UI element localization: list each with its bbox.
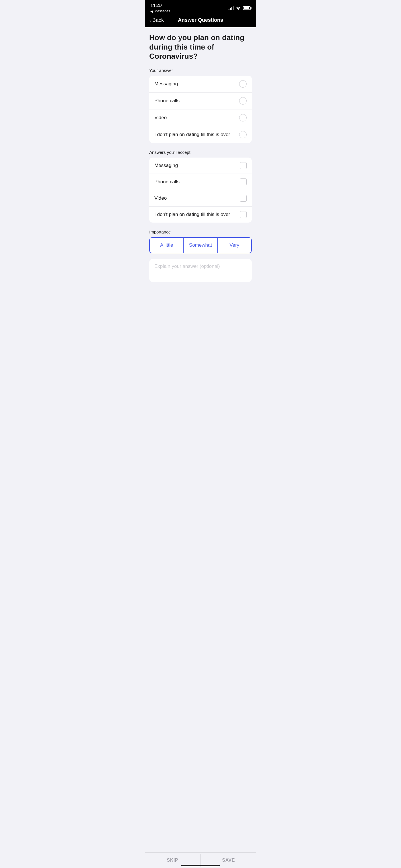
explain-placeholder: Explain your answer (optional) xyxy=(154,264,220,269)
battery-icon xyxy=(243,6,251,10)
back-chevron-icon: ‹ xyxy=(149,18,151,23)
option-no-plan-radio-label: I don't plan on dating till this is over xyxy=(154,132,230,137)
nav-title: Answer Questions xyxy=(178,17,223,23)
radio-video[interactable] xyxy=(239,114,247,121)
signal-icon xyxy=(228,6,234,10)
checkbox-messaging[interactable] xyxy=(240,162,247,169)
radio-phone-calls[interactable] xyxy=(239,97,247,104)
status-bar: 11:47 ◀ Messages xyxy=(145,0,256,14)
importance-section: Importance A little Somewhat Very xyxy=(149,229,252,253)
radio-no-plan[interactable] xyxy=(239,131,247,138)
your-answer-card: Messaging Phone calls Video I don't plan… xyxy=(149,75,252,143)
list-item[interactable]: Phone calls xyxy=(149,174,252,190)
wifi-icon xyxy=(236,6,241,10)
importance-a-little-button[interactable]: A little xyxy=(150,238,184,253)
list-item[interactable]: Phone calls xyxy=(149,93,252,110)
back-button[interactable]: ‹ Back xyxy=(149,17,164,23)
list-item[interactable]: I don't plan on dating till this is over xyxy=(149,126,252,143)
acceptable-answers-label: Answers you'll accept xyxy=(149,150,252,155)
radio-messaging[interactable] xyxy=(239,80,247,88)
option-messaging-check-label: Messaging xyxy=(154,163,178,168)
nav-bar: ‹ Back Answer Questions xyxy=(145,14,256,27)
importance-very-button[interactable]: Very xyxy=(218,238,251,253)
importance-somewhat-button[interactable]: Somewhat xyxy=(184,238,217,253)
list-item[interactable]: Video xyxy=(149,110,252,126)
status-messages: ◀ Messages xyxy=(150,9,170,13)
option-video-radio-label: Video xyxy=(154,115,167,121)
question-title: How do you plan on dating during this ti… xyxy=(149,33,252,61)
list-item[interactable]: Messaging xyxy=(149,158,252,174)
main-content: How do you plan on dating during this ti… xyxy=(145,27,256,316)
option-video-check-label: Video xyxy=(154,195,167,201)
checkbox-video[interactable] xyxy=(240,195,247,202)
list-item[interactable]: Video xyxy=(149,190,252,207)
status-time: 11:47 xyxy=(150,3,170,9)
status-icons xyxy=(228,6,251,10)
option-no-plan-check-label: I don't plan on dating till this is over xyxy=(154,212,230,217)
checkbox-no-plan[interactable] xyxy=(240,211,247,218)
option-messaging-radio-label: Messaging xyxy=(154,81,178,87)
explain-input[interactable]: Explain your answer (optional) xyxy=(149,259,252,282)
acceptable-answers-card: Messaging Phone calls Video I don't plan… xyxy=(149,158,252,223)
option-phone-calls-radio-label: Phone calls xyxy=(154,98,180,104)
list-item[interactable]: Messaging xyxy=(149,75,252,93)
importance-label: Importance xyxy=(149,229,252,234)
list-item[interactable]: I don't plan on dating till this is over xyxy=(149,207,252,223)
back-label: Back xyxy=(152,17,164,23)
your-answer-label: Your answer xyxy=(149,68,252,73)
checkbox-phone-calls[interactable] xyxy=(240,179,247,185)
option-phone-calls-check-label: Phone calls xyxy=(154,179,180,185)
importance-button-group: A little Somewhat Very xyxy=(149,237,252,253)
